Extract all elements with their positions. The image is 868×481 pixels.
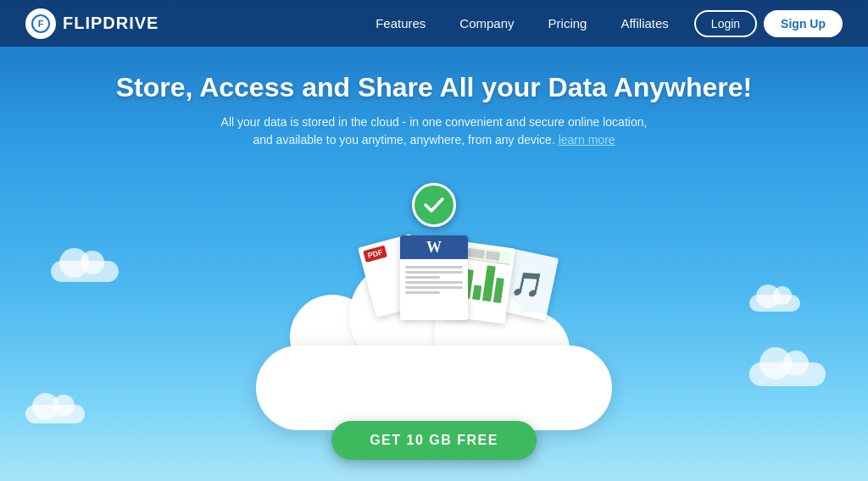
- background-cloud-3: [749, 362, 826, 386]
- logo-text: FlipDrive: [63, 14, 159, 33]
- background-cloud-4: [25, 405, 85, 423]
- pdf-label: PDF: [363, 246, 387, 263]
- nav-buttons: Login Sign Up: [694, 10, 843, 37]
- text-line-5: [405, 286, 463, 289]
- login-button[interactable]: Login: [694, 10, 757, 37]
- text-line-2: [405, 271, 463, 274]
- signup-button[interactable]: Sign Up: [764, 10, 843, 37]
- background-cloud-1: [51, 261, 119, 282]
- nav-company[interactable]: Company: [459, 16, 514, 30]
- svg-text:F: F: [38, 19, 44, 29]
- navbar: F FlipDrive Features Company Pricing Aff…: [0, 0, 868, 47]
- nav-links: Features Company Pricing Affiliates: [376, 16, 669, 30]
- word-icon-letter: W: [426, 239, 442, 257]
- word-header: W: [400, 235, 468, 259]
- hero-subtitle: All your data is stored in the cloud - i…: [214, 113, 654, 149]
- word-content-lines: [400, 259, 468, 301]
- nav-affiliates[interactable]: Affiliates: [620, 16, 668, 30]
- text-line-6: [405, 291, 440, 294]
- nav-pricing[interactable]: Pricing: [548, 16, 587, 30]
- learn-more-link[interactable]: learn more: [559, 133, 615, 147]
- bar-3: [472, 285, 482, 301]
- cta-button[interactable]: GET 10 GB FREE: [331, 421, 537, 460]
- text-line-1: [405, 266, 463, 268]
- text-line-4: [405, 281, 463, 284]
- text-line-3: [405, 276, 440, 279]
- nav-features[interactable]: Features: [376, 16, 426, 30]
- files-container: PDF W: [273, 168, 595, 337]
- bar-5: [493, 277, 504, 302]
- background-cloud-2: [749, 295, 800, 312]
- checkmark-icon: [422, 193, 446, 217]
- logo-icon: F: [25, 8, 56, 39]
- logo-area: F FlipDrive: [25, 8, 159, 39]
- hero-section: Store, Access and Share All your Data An…: [0, 47, 868, 149]
- checkmark-badge: [412, 183, 456, 227]
- cloud-base: [256, 346, 612, 430]
- word-file-icon: W: [400, 235, 468, 320]
- cta-container: GET 10 GB FREE: [331, 421, 537, 460]
- hero-title: Store, Access and Share All your Data An…: [17, 72, 851, 103]
